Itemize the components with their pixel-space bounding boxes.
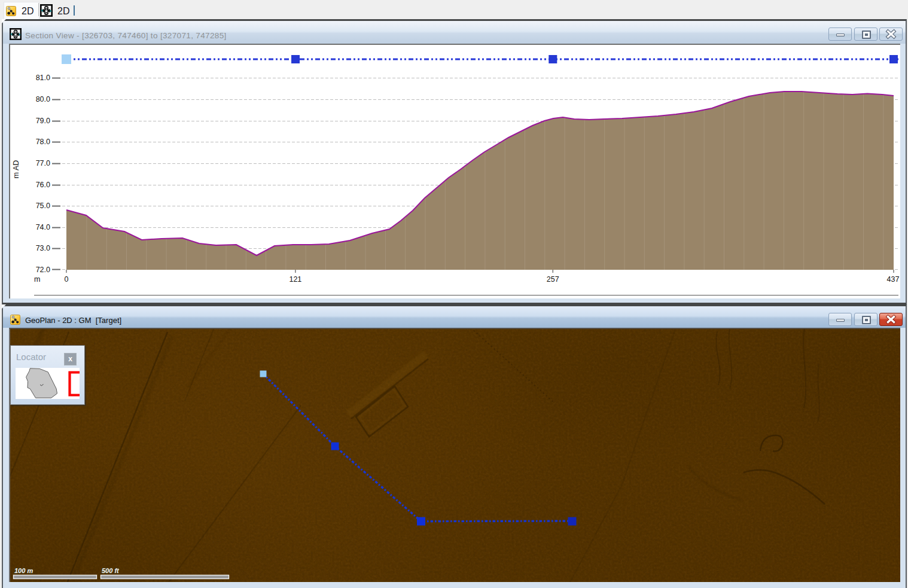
- svg-text:257: 257: [547, 275, 559, 284]
- svg-text:78.0: 78.0: [36, 138, 50, 146]
- svg-text:74.0: 74.0: [36, 223, 50, 231]
- svg-text:79.0: 79.0: [36, 117, 50, 125]
- svg-text:73.0: 73.0: [36, 244, 50, 252]
- svg-text:500 ft: 500 ft: [102, 567, 120, 574]
- svg-text:80.0: 80.0: [36, 95, 50, 103]
- svg-text:m AD: m AD: [12, 160, 20, 179]
- svg-text:437: 437: [887, 275, 900, 284]
- svg-text:75.0: 75.0: [36, 202, 50, 210]
- svg-text:81.0: 81.0: [36, 74, 50, 82]
- svg-text:0: 0: [65, 275, 69, 284]
- svg-text:m: m: [34, 275, 40, 284]
- svg-text:72.0: 72.0: [36, 266, 50, 274]
- svg-text:76.0: 76.0: [36, 181, 50, 189]
- svg-text:100 m: 100 m: [14, 567, 33, 574]
- svg-text:77.0: 77.0: [36, 159, 50, 167]
- svg-text:121: 121: [289, 275, 301, 284]
